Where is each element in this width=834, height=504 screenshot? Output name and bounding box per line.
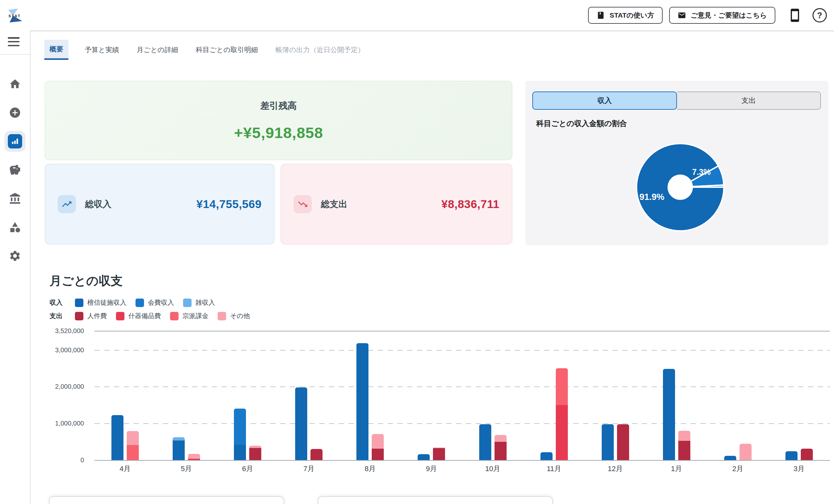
bar-segment[interactable]	[234, 445, 246, 460]
bar-segment[interactable]	[173, 440, 185, 460]
sidebar-item-reports[interactable]	[4, 131, 25, 152]
expense-bar	[249, 446, 261, 460]
bar-segment[interactable]	[479, 424, 491, 460]
income-bar	[724, 456, 736, 460]
usage-guide-label: STATの使い方	[610, 11, 654, 20]
bar-segment[interactable]	[495, 435, 507, 441]
legend-item: 人件費	[75, 312, 107, 320]
bar-segment[interactable]	[356, 343, 369, 460]
legend-item: 雑収入	[183, 298, 215, 307]
bar-segment[interactable]	[786, 451, 797, 460]
expense-bar	[617, 424, 629, 460]
bar-segment[interactable]	[740, 444, 751, 460]
bar-segment[interactable]	[433, 448, 445, 460]
trending-down-icon	[293, 195, 312, 213]
bar-segment[interactable]	[556, 368, 568, 405]
income-bar	[295, 387, 307, 460]
income-bar	[786, 451, 797, 460]
expense-bar	[310, 449, 323, 460]
balance-value: +¥5,918,858	[234, 124, 323, 142]
breakdown-title: 科目ごとの収入金額の割合	[536, 118, 627, 129]
gear-icon	[9, 250, 21, 262]
bar-segment[interactable]	[663, 369, 675, 460]
legend-row: 収入檀信徒施収入会費収入雑収入	[49, 298, 250, 307]
bar-segment[interactable]	[724, 456, 736, 460]
help-icon[interactable]: ?	[812, 8, 827, 22]
toggle-income[interactable]: 収入	[532, 91, 677, 110]
bar-segment[interactable]	[602, 424, 614, 460]
bar-segment[interactable]	[127, 431, 139, 445]
feedback-button[interactable]: ご意見・ご要望はこちら	[669, 7, 775, 24]
piggy-bank-icon	[9, 164, 21, 176]
bar-segment[interactable]	[541, 452, 552, 460]
sidebar-item-home[interactable]	[4, 74, 25, 94]
bar-segment[interactable]	[617, 424, 629, 460]
bar-segment[interactable]	[418, 454, 430, 460]
bar-segment[interactable]	[495, 442, 507, 460]
legend-color-chip	[170, 312, 178, 320]
bar-segment[interactable]	[295, 387, 307, 460]
income-bar	[663, 369, 675, 460]
total-expense-label: 総支出	[321, 198, 347, 210]
feedback-label: ご意見・ご要望はこちら	[690, 11, 767, 20]
income-bar	[541, 452, 552, 460]
month-group: 9月	[401, 331, 462, 460]
chart-legend: 収入檀信徒施収入会費収入雑収入支出人件費什器備品費宗派課金その他	[49, 298, 250, 320]
bar-segment[interactable]	[678, 431, 690, 441]
menu-toggle-icon[interactable]	[8, 37, 20, 46]
legend-item: 什器備品費	[116, 312, 161, 320]
pie-slice-label-minor: 7.3%	[683, 167, 720, 177]
legend-color-chip	[75, 312, 83, 320]
legend-label: 什器備品費	[128, 312, 161, 320]
income-bar	[356, 343, 369, 460]
bank-icon	[9, 192, 21, 205]
bar-segment[interactable]	[234, 409, 246, 445]
bar-segment[interactable]	[188, 454, 200, 459]
bar-segment[interactable]	[173, 437, 185, 440]
tab-overview[interactable]: 概要	[44, 40, 68, 60]
tab-budget-vs-actual[interactable]: 予算と実績	[83, 40, 120, 60]
toggle-expense[interactable]: 支出	[677, 91, 821, 110]
legend-row: 支出人件費什器備品費宗派課金その他	[49, 312, 250, 320]
legend-color-chip	[116, 312, 125, 320]
sidebar-item-bank[interactable]	[4, 188, 25, 209]
month-group: 7月	[278, 331, 339, 460]
pie-slice-label-major: 91.9%	[632, 192, 672, 202]
tab-monthly-detail[interactable]: 月ごとの詳細	[135, 40, 179, 60]
y-tick-label: 3,520,000	[55, 327, 84, 335]
month-group: 10月	[462, 331, 523, 460]
bar-segment[interactable]	[111, 415, 124, 460]
legend-label: 会費収入	[148, 298, 174, 307]
tab-transactions-by-account[interactable]: 科目ごとの取引明細	[195, 40, 259, 60]
usage-guide-button[interactable]: STATの使い方	[588, 7, 663, 24]
legend-label: 人件費	[87, 312, 107, 320]
total-income-value: ¥14,755,569	[196, 198, 262, 211]
app-canvas: STAT STATの使い方 ご意見・ご要望はこちら ?	[0, 0, 834, 504]
y-tick-label: 2,000,000	[55, 383, 84, 390]
book-icon	[596, 11, 605, 20]
income-bar	[479, 424, 491, 460]
sidebar-item-savings[interactable]	[4, 160, 25, 180]
category-icon	[9, 221, 21, 233]
home-icon	[9, 78, 21, 90]
bar-segment[interactable]	[372, 449, 384, 460]
sidebar-item-add[interactable]	[4, 102, 25, 123]
legend-color-chip	[75, 299, 83, 307]
bar-segment[interactable]	[372, 434, 384, 449]
legend-color-chip	[183, 299, 192, 307]
bar-segment[interactable]	[678, 441, 690, 460]
bar-segment[interactable]	[310, 449, 323, 460]
expense-bar	[372, 434, 384, 460]
smartphone-icon[interactable]	[788, 7, 802, 23]
bar-segment[interactable]	[801, 449, 813, 460]
sidebar-item-categories[interactable]	[4, 217, 25, 238]
balance-label: 差引残高	[260, 100, 297, 112]
bar-segment[interactable]	[249, 448, 261, 460]
bar-segment[interactable]	[249, 446, 261, 448]
y-tick-label: 3,000,000	[55, 346, 84, 353]
legend-item: 会費収入	[135, 298, 174, 307]
bar-segment[interactable]	[188, 459, 200, 460]
sidebar-item-settings[interactable]	[4, 246, 25, 266]
bar-segment[interactable]	[127, 445, 139, 460]
bar-segment[interactable]	[556, 405, 568, 460]
